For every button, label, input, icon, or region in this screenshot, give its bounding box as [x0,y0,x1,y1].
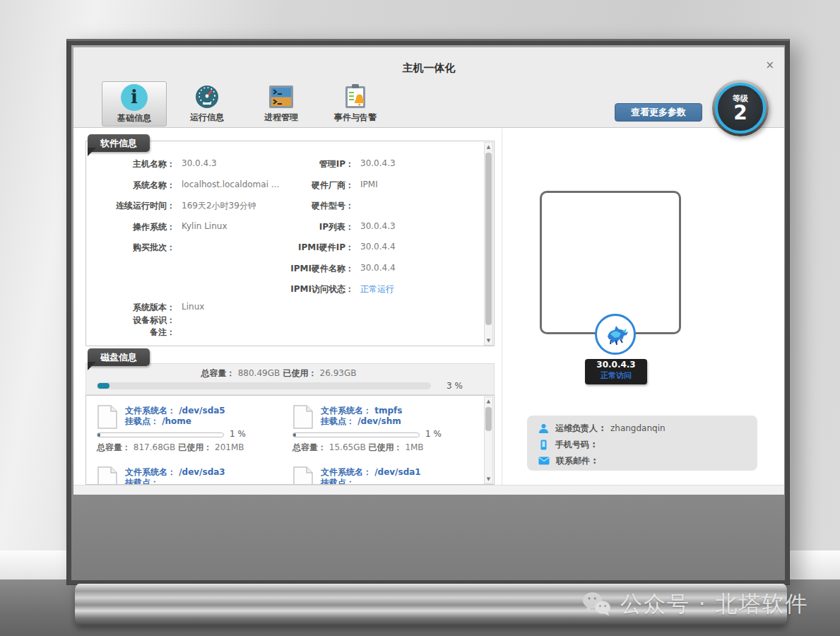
field-label: 主机名称： [92,158,175,170]
disk-total-progressbar [97,382,431,389]
contact-label: 运维负责人 : [555,423,604,435]
kylin-host-icon[interactable] [595,314,636,355]
field-label: 系统版本： [92,302,175,314]
field-label: 硬件厂商： [271,179,354,192]
level-value: 2 [718,104,763,122]
tab-running-info[interactable]: 运行信息 [174,81,239,126]
terminal-icon [268,83,295,110]
file-icon [292,404,314,430]
watermark-text: 公众号 · 北塔软件 [620,589,809,619]
app-window: 主机一体化 × i 基础信息 运行信息 进程管理 [73,47,784,495]
field-value: 30.0.4.4 [360,263,396,273]
window-title: 主机一体化 [73,61,784,75]
disk-summary: 总容量： 880.49GB 已使用： 26.93GB 3 % [85,363,495,395]
clipboard-alarm-icon [342,83,369,110]
panel-divider [502,129,502,495]
scroll-down-icon[interactable]: ▼ [485,336,492,345]
tab-label: 基础信息 [102,112,166,124]
field-label: 系统名称： [92,179,175,192]
device-status: 正常访问 [585,371,647,381]
contact-label: 联系邮件 : [556,455,596,467]
window-footer-strip [73,485,784,495]
kiosk-monitor: 主机一体化 × i 基础信息 运行信息 进程管理 [66,39,790,585]
field-value: IPMI [360,179,378,189]
level-badge: 等级 2 [712,80,769,136]
disk-entry-percent: 1 % [230,429,246,439]
scroll-up-icon[interactable]: ▲ [485,397,492,406]
field-label: IP列表： [271,221,354,233]
field-label: 设备标识： [92,314,175,326]
device-label-badge: 30.0.4.3 正常访问 [585,359,647,384]
field-value: 30.0.4.3 [182,158,217,168]
tab-label: 事件与告警 [323,112,388,124]
contact-value: zhangdanqin [610,423,666,433]
field-label: IPMI硬件IP： [271,242,354,254]
disk-list: 文件系统名： /dev/sda5 挂载点： /home 1 % 总容量： 817… [85,395,495,485]
disk-entry-progressbar [97,432,224,437]
info-icon: i [121,84,148,111]
software-info-section-badge: 软件信息 [88,134,150,152]
disk-entry-progressbar [292,432,420,437]
software-info-panel: 主机名称：30.0.4.3 系统名称：localhost.localdomai … [85,141,495,346]
field-value: localhost.localdomai ... [182,179,279,189]
field-label: 备注： [92,326,175,338]
field-value: Kylin Linux [182,221,227,231]
field-label: 硬件型号： [271,200,354,212]
disk-list-scrollbar[interactable]: ▲ ▼ [484,396,493,484]
contact-box: 运维负责人 : zhangdanqin 手机号码 : 联系邮件 : [527,416,757,471]
mail-icon [538,457,550,465]
view-more-params-button[interactable]: 查看更多参数 [615,103,702,122]
field-label: 连续运行时间： [92,200,175,212]
disk-summary-text: 总容量： 880.49GB 已使用： 26.93GB [86,367,471,379]
field-label: 操作系统： [92,221,175,233]
disk-entry-percent: 1 % [425,429,442,439]
tab-label: 进程管理 [249,112,314,124]
watermark: 公众号 · 北塔软件 [581,589,809,619]
device-ip: 30.0.4.3 [585,359,647,371]
field-label: 购买批次： [92,242,175,254]
contact-label: 手机号码 : [555,439,596,451]
field-value: Linux [182,302,204,312]
person-icon [538,423,549,434]
field-label: 管理IP： [271,158,354,170]
progress-fill [97,383,110,389]
scroll-up-icon[interactable]: ▲ [485,143,492,151]
scrollbar-thumb[interactable] [485,153,492,325]
tab-events-alarms[interactable]: 事件与告警 [323,81,388,126]
field-value: 30.0.4.4 [360,242,396,252]
scene: 主机一体化 × i 基础信息 运行信息 进程管理 [0,0,840,636]
wechat-icon [581,591,612,618]
tab-label: 运行信息 [174,112,239,124]
field-value: 169天2小时39分钟 [182,200,256,212]
device-topology-box [540,191,681,334]
scrollbar-thumb[interactable] [485,407,492,431]
field-value: 30.0.4.3 [360,221,396,231]
field-label: IPMI硬件名称： [271,263,354,275]
phone-icon [538,440,549,450]
disk-total-percent: 3 % [446,381,463,391]
disk-info-section-badge: 磁盘信息 [88,348,150,366]
tab-process-management[interactable]: 进程管理 [249,81,314,126]
field-value: 30.0.4.3 [360,158,396,168]
ipmi-status-value: 正常运行 [360,283,394,295]
file-icon [97,404,118,430]
gauge-icon [194,83,220,110]
file-icon [292,466,314,485]
close-icon[interactable]: × [765,60,774,71]
scroll-down-icon[interactable]: ▼ [485,475,492,483]
file-icon [97,466,118,485]
field-label: IPMI访问状态： [271,283,354,295]
tab-basic-info[interactable]: i 基础信息 [102,81,167,126]
software-panel-scrollbar[interactable]: ▲ ▼ [484,142,493,346]
